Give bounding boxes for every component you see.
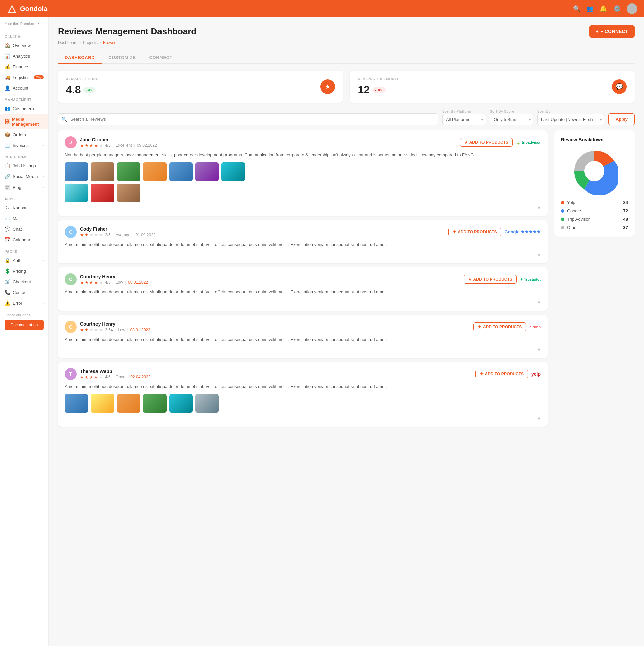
logo: Gondola [7,3,55,14]
collapse-icon[interactable]: ∧ [537,415,541,421]
star: ★ [94,280,98,285]
sidebar-item-media-management[interactable]: 🖼 Media Management › [0,114,48,129]
add-to-products-button[interactable]: ★ ADD TO PRODUCTS [448,228,501,236]
sidebar-item-contact[interactable]: 📞 Contact [0,287,48,298]
sidebar-item-calendar[interactable]: 📅 Calendar [0,234,48,245]
settings-icon[interactable]: ⚙️ [613,5,621,12]
sidebar-item-invoices[interactable]: 🧾 Invoices › [0,140,48,151]
documentation-button[interactable]: Documentation [5,320,44,330]
platform-logo: airbnb [529,325,541,329]
sidebar-footer: Check our docs Documentation [0,308,48,335]
expand-icon[interactable]: ∨ [537,347,541,352]
review-card: T Theresa Webb ★ ★ ★ ★ ★ [58,362,548,427]
tab-dashboard[interactable]: DASHBOARD [58,52,102,64]
platform-logo: yelp [531,371,541,377]
sidebar-item-overview[interactable]: 🏠 Overview [0,40,48,51]
chevron-right-icon: › [43,259,44,262]
star: ★ [85,280,89,285]
star: ★ [85,232,89,237]
chevron-right-icon: › [43,301,44,305]
sidebar-item-social-media[interactable]: 🔗 Social Media › [0,171,48,182]
reviewer-info: C Courtney Henry ★ ★ ★ ★ ★ [65,321,150,333]
search-icon[interactable]: 🔍 [573,5,580,12]
review-actions: ★ ADD TO PRODUCTS Google ★★★★★ [448,228,541,236]
star: ★ [99,375,103,380]
platform-select[interactable]: All Platforms Yelp Google Trip Advisor O… [442,114,486,125]
connect-button[interactable]: + + CONNECT [589,25,635,38]
chevron-right-icon: › [43,186,44,189]
breakdown-title: Review Breakdown [561,137,628,142]
reviewer-meta: ★ ★ ★ ★ ★ 3.54 | Low | [80,327,150,332]
add-to-products-button[interactable]: ★ ADD TO PRODUCTS [473,322,526,331]
tier-arrow: ▾ [37,21,39,26]
tab-connect[interactable]: CONNECT [143,52,179,64]
sidebar-item-label: Kanban [13,205,28,210]
review-text: Not the best people managers, poor manag… [65,152,541,158]
sidebar-item-blog[interactable]: 📰 Blog › [0,182,48,193]
review-header: J Jane Cooper ★ ★ ★ ★ ★ [65,136,541,148]
collapse-icon[interactable]: ∧ [537,205,541,210]
comment-icon: 💬 [616,83,623,90]
tab-customize[interactable]: CUSTOMIZE [102,52,142,64]
stars-row: ★ ★ ★ ★ ★ [80,280,103,285]
score-select[interactable]: Only 5 Stars 4+ Stars 3+ Stars All [490,114,533,125]
review-image [91,394,114,413]
review-date: 08.01.2022 [128,280,148,285]
stars-row: ★ ★ ★ ★ ★ [80,375,103,380]
breadcrumb-sep: › [80,40,81,45]
add-to-products-button[interactable]: ★ ADD TO PRODUCTS [464,275,516,284]
star: ★ [89,232,93,237]
sidebar-item-orders[interactable]: 📦 Orders › [0,129,48,140]
reviews-badge: -10% [372,87,386,93]
expand-icon[interactable]: ∨ [537,252,541,257]
sidebar-item-finance[interactable]: 💰 Finance [0,61,48,72]
sentiment: Average [116,233,130,237]
review-card: C Courtney Henry ★ ★ ★ ★ ★ [58,315,548,358]
chevron-right-icon: › [43,175,44,178]
sidebar-item-checkout[interactable]: 🛒 Checkout [0,276,48,287]
reviewer-meta: ★ ★ ★ ★ ★ 4/5 | Excellent | [80,143,157,148]
add-to-products-button[interactable]: ★ ADD TO PRODUCTS [475,370,528,378]
sidebar-item-mail[interactable]: ✉️ Mail [0,213,48,224]
reviews-icon-circle: 💬 [612,79,627,94]
sidebar-item-chat[interactable]: 💬 Chat [0,224,48,234]
sidebar-item-job-listings[interactable]: 📋 Job Listings › [0,160,48,171]
orders-icon: 📦 [5,132,10,137]
reviewer-name: Courtney Henry [80,274,148,279]
star: ★ [80,280,84,285]
sort-select[interactable]: Last Update (Newest First) Oldest First … [537,114,604,125]
add-to-products-button[interactable]: ★ ADD TO PRODUCTS [460,138,513,147]
sidebar-item-kanban[interactable]: 🗂 Kanban [0,202,48,213]
apply-button[interactable]: Apply [608,113,635,125]
sidebar-item-error[interactable]: ⚠️ Error › [0,298,48,308]
review-header: C Cody Fisher ★ ★ ★ ★ ★ [65,226,541,238]
meta-sep: | [134,143,135,148]
sidebar-item-label: Analytics [13,54,30,59]
other-dot [561,226,564,229]
reviewer-meta: ★ ★ ★ ★ ★ 2/5 | Average | [80,232,155,237]
star-icon: ★ [325,83,330,90]
sidebar-item-pricing[interactable]: 💲 Pricing [0,266,48,276]
sort-select-wrapper: Last Update (Newest First) Oldest First … [537,114,604,125]
review-image [169,394,193,413]
sidebar-item-logistics[interactable]: 🚚 Logistics Chip [0,72,48,83]
bell-icon[interactable]: 🔔 [600,5,607,12]
search-input[interactable] [58,113,438,125]
breadcrumb-dashboard[interactable]: Dashboard [58,40,78,45]
sidebar-item-customers[interactable]: 👥 Customers › [0,103,48,114]
auth-icon: 🔒 [5,258,10,263]
section-label-pages: PAGES [0,245,48,255]
user-avatar[interactable] [627,3,637,14]
users-icon[interactable]: 👥 [586,5,594,12]
checkout-icon: 🛒 [5,279,10,284]
sidebar-item-auth[interactable]: 🔒 Auth › [0,255,48,266]
expand-icon[interactable]: ∨ [537,299,541,305]
error-icon: ⚠️ [5,300,10,306]
reviewer-info: T Theresa Webb ★ ★ ★ ★ ★ [65,368,150,380]
sidebar-item-analytics[interactable]: 📊 Analytics [0,51,48,61]
sidebar-item-account[interactable]: 👤 Account [0,83,48,93]
breadcrumb-projects[interactable]: Projects [83,40,98,45]
review-images-row2 [65,184,541,202]
sidebar-section-management: MANAGEMENT 👥 Customers › 🖼 Media Managem… [0,93,48,151]
finance-icon: 💰 [5,64,10,69]
